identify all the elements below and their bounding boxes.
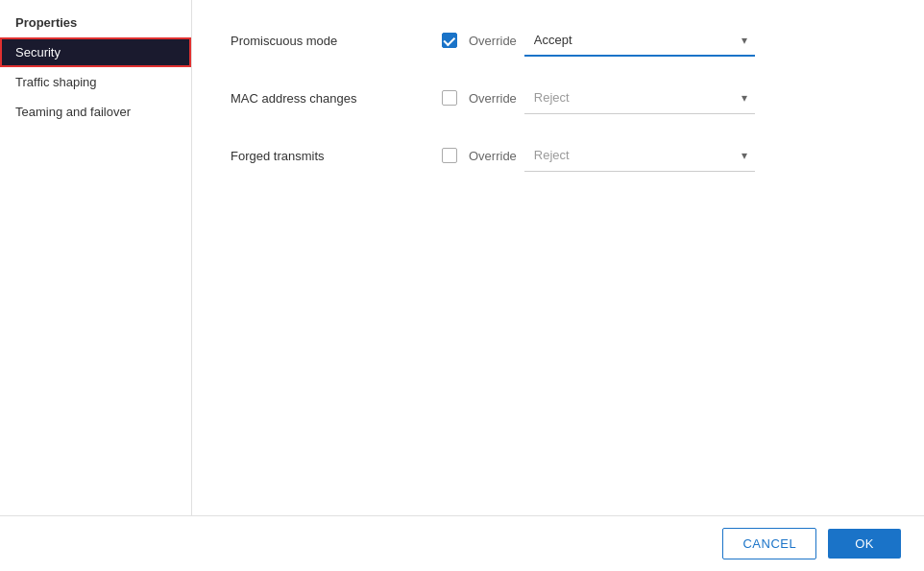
promiscuous-select[interactable]: Accept Reject (524, 24, 755, 57)
ok-button[interactable]: OK (828, 529, 901, 559)
forged-transmits-override-label: Override (469, 149, 517, 163)
mac-address-label: MAC address changes (231, 91, 442, 106)
forged-transmits-select-wrapper[interactable]: Accept Reject (524, 139, 755, 172)
mac-address-override-group: Override Accept Reject (442, 82, 755, 114)
sidebar-section-header: Properties (0, 8, 191, 37)
dialog-footer: CANCEL OK (0, 515, 924, 571)
sidebar-item-security[interactable]: Security (0, 37, 191, 67)
mac-address-select[interactable]: Accept Reject (524, 82, 755, 114)
cancel-button[interactable]: CANCEL (722, 528, 816, 559)
main-content: Promiscuous mode Override Accept Reject … (192, 0, 924, 515)
sidebar-item-traffic-shaping[interactable]: Traffic shaping (0, 67, 191, 97)
promiscuous-override-group: Override Accept Reject (442, 24, 763, 57)
forged-transmits-override-group: Override Accept Reject (442, 139, 755, 172)
sidebar: Properties Security Traffic shaping Team… (0, 0, 192, 515)
promiscuous-override-checkbox[interactable] (442, 33, 457, 48)
sidebar-item-teaming-failover[interactable]: Teaming and failover (0, 97, 191, 127)
forged-transmits-override-checkbox[interactable] (442, 148, 457, 163)
mac-address-override-label: Override (469, 91, 517, 106)
forged-transmits-label: Forged transmits (231, 149, 442, 163)
dialog-body: Properties Security Traffic shaping Team… (0, 0, 924, 515)
mac-address-override-checkbox[interactable] (442, 90, 457, 106)
mac-address-select-wrapper[interactable]: Accept Reject (524, 82, 755, 114)
promiscuous-override-label: Override (469, 34, 517, 48)
mac-address-row: MAC address changes Override Accept Reje… (231, 81, 886, 115)
forged-transmits-row: Forged transmits Override Accept Reject (231, 138, 886, 173)
promiscuous-mode-label: Promiscuous mode (231, 34, 442, 48)
dialog: Properties Security Traffic shaping Team… (0, 0, 924, 571)
forged-transmits-select[interactable]: Accept Reject (524, 139, 755, 172)
promiscuous-select-wrapper[interactable]: Accept Reject (524, 24, 755, 57)
promiscuous-mode-row: Promiscuous mode Override Accept Reject (231, 23, 886, 58)
